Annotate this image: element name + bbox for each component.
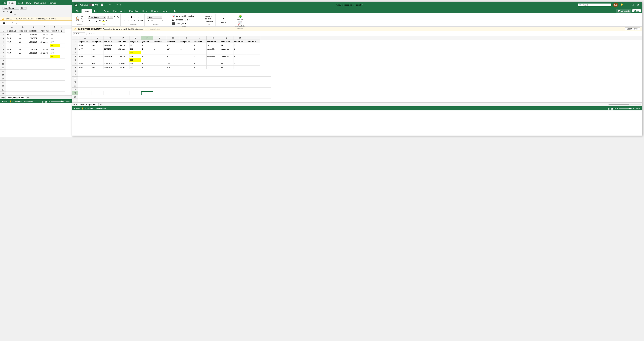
fg-cell-B3[interactable]: win <box>92 47 104 51</box>
bg-col-C[interactable]: C <box>28 25 40 29</box>
fg-comma-btn[interactable]: , <box>154 19 157 22</box>
fg-cell-G4[interactable] <box>153 51 166 54</box>
fg-cell-F4[interactable] <box>141 51 153 54</box>
bg-cell-C4[interactable]: 12/3/2024 <box>28 40 40 44</box>
fg-cell-I1[interactable]: completec <box>180 40 193 43</box>
fg-cell-J6[interactable] <box>193 58 206 62</box>
fg-cell-G5[interactable]: 1 <box>153 54 166 58</box>
fg-cell-L6[interactable] <box>220 58 234 62</box>
fg-title-chevron[interactable]: ▾ <box>362 4 363 6</box>
fg-cell-I8[interactable]: 1 <box>180 65 193 69</box>
bg-cell-C3[interactable]: 12/3/2024 <box>28 36 40 40</box>
fg-formula-fx[interactable]: fx <box>93 32 94 35</box>
fg-border-btn[interactable]: ⊞ <box>98 19 101 22</box>
fg-cell-N5[interactable] <box>247 54 260 58</box>
fg-col-B[interactable]: B <box>92 36 104 40</box>
fg-lightbulb-icon[interactable]: 💡 <box>620 3 623 6</box>
bg-tab-draw[interactable]: Draw <box>24 1 32 5</box>
fg-cell-N6[interactable] <box>247 58 260 62</box>
fg-cell-J8[interactable]: 1 <box>193 65 206 69</box>
bg-cell-E2[interactable]: 101 <box>50 33 60 36</box>
fg-cell-D3[interactable]: 12:24:15 <box>117 47 130 51</box>
fg-cell-D15[interactable] <box>117 91 130 95</box>
fg-zoom-plus[interactable]: + <box>633 107 634 109</box>
fg-col-C[interactable]: C <box>104 36 117 40</box>
fg-cell-N1[interactable]: radioButt <box>247 40 260 43</box>
bg-cell-F6[interactable] <box>60 47 65 51</box>
fg-cell-M2[interactable]: 3 <box>234 43 247 47</box>
fg-col-K[interactable]: K <box>206 36 220 40</box>
bg-tab-insert[interactable]: Insert <box>16 1 24 5</box>
fg-cell-F15[interactable] <box>141 91 153 95</box>
fg-cell-B1[interactable]: computer. <box>92 40 104 43</box>
fg-tab-draw[interactable]: Draw <box>102 9 111 13</box>
bg-cell-D6[interactable]: 12:29:55 <box>40 47 50 51</box>
fg-cell-D8[interactable]: 12:24:32 <box>117 65 130 69</box>
fg-cell-styles-chevron[interactable]: ▾ <box>185 23 186 24</box>
fg-cell-I3[interactable]: 1 <box>180 47 193 51</box>
fg-cell-E2[interactable]: 101 <box>130 43 141 47</box>
bg-cell-F7[interactable] <box>60 51 65 55</box>
fg-hscroll-bar[interactable] <box>608 104 641 105</box>
fg-col-E[interactable]: E <box>130 36 141 40</box>
fg-cell-C15[interactable] <box>104 91 117 95</box>
fg-cell-ref-box[interactable]: F15 ▼ <box>73 32 85 35</box>
fg-cell-ref-dropdown[interactable]: ▼ <box>78 33 80 34</box>
fg-cell-M6[interactable] <box>234 58 247 62</box>
fg-format-table-chevron[interactable]: ▾ <box>189 19 190 21</box>
fg-cell-M8[interactable]: 3 <box>234 65 247 69</box>
fg-cell-D1[interactable]: startTime <box>117 40 130 43</box>
bg-cell-E4[interactable]: 103 <box>50 40 60 44</box>
bg-cell-E3[interactable]: 102 <box>50 36 60 40</box>
fg-align-left-btn[interactable]: ≡ <box>123 19 126 22</box>
fg-cell-E6[interactable]: 105 <box>130 58 141 62</box>
fg-editing-btn[interactable]: Σ Editing <box>220 16 226 23</box>
bg-cell-ref-chevron[interactable]: ▼ <box>5 22 7 24</box>
fg-cell-C8[interactable]: 12/3/2024 <box>104 65 117 69</box>
fg-cell-H3[interactable]: 264 <box>166 47 180 51</box>
bg-cell-D1[interactable]: startTime <box>40 29 50 33</box>
fg-cell-E7[interactable]: 106 <box>130 62 141 65</box>
fg-cell-G7[interactable]: 1 <box>153 62 166 65</box>
fg-open-onedrive-btn[interactable]: Open OneDrive <box>625 27 640 30</box>
bg-cell-B5[interactable] <box>18 44 28 47</box>
bg-cell-F3[interactable] <box>60 36 65 40</box>
bg-cell-B4[interactable]: win <box>18 40 28 44</box>
fg-cell-C2[interactable]: 12/3/2024 <box>104 43 117 47</box>
fg-tab-nav-right[interactable]: ▶ <box>76 103 77 106</box>
fg-insert-chevron[interactable]: ▾ <box>211 15 212 17</box>
fg-cell-F3[interactable]: 1 <box>141 47 153 51</box>
fg-cut-btn[interactable]: ✂ <box>81 15 84 17</box>
fg-percent-btn[interactable]: % <box>151 19 154 22</box>
fg-format-painter-btn[interactable]: 🖌 <box>81 20 84 23</box>
fg-cell-C4[interactable] <box>104 51 117 54</box>
fg-cell-E15[interactable] <box>130 91 141 95</box>
fg-undo-icon[interactable]: ↩ <box>105 3 108 6</box>
bg-cell-E1[interactable]: subjectId <box>50 29 60 33</box>
fg-formula-confirm[interactable]: ✓ <box>91 32 92 35</box>
fg-cell-N7[interactable] <box>247 62 260 65</box>
fg-font-color-btn[interactable]: A <box>105 19 108 22</box>
fg-cell-A1[interactable]: inquisit.ve <box>78 40 92 43</box>
fg-cell-C3[interactable]: 12/3/2024 <box>104 47 117 51</box>
fg-cell-K7[interactable]: 12 <box>206 62 220 65</box>
fg-cell-A8[interactable]: 7.0.4 <box>78 65 92 69</box>
fg-cell-A15[interactable] <box>78 91 92 95</box>
fg-cell-J7[interactable]: 1 <box>193 62 206 65</box>
fg-close-btn[interactable]: ✕ <box>636 3 640 6</box>
fg-bold-btn[interactable]: B <box>88 19 91 22</box>
fg-cell-L2[interactable]: 64 <box>220 43 234 47</box>
fg-cell-F2[interactable]: 1 <box>141 43 153 47</box>
fg-cell-D2[interactable]: 12:24:10 <box>117 43 130 47</box>
bg-underline-btn[interactable]: U <box>10 10 12 13</box>
bg-formula-fx[interactable]: fx <box>16 22 18 24</box>
fg-col-N[interactable]: N <box>247 36 260 40</box>
fg-cell-C6[interactable] <box>104 58 117 62</box>
fg-cell-I2[interactable]: 1 <box>180 43 193 47</box>
fg-cell-A3[interactable]: 7.0.4 <box>78 47 92 51</box>
fg-cell-K5[interactable]: cannot be <box>206 54 220 58</box>
fg-zoom-minus[interactable]: − <box>617 107 618 109</box>
fg-cell-E4[interactable]: 103 <box>130 51 141 54</box>
bg-zoom-slider[interactable] <box>51 101 64 102</box>
bg-cell-B1[interactable]: computer. <box>18 29 28 33</box>
